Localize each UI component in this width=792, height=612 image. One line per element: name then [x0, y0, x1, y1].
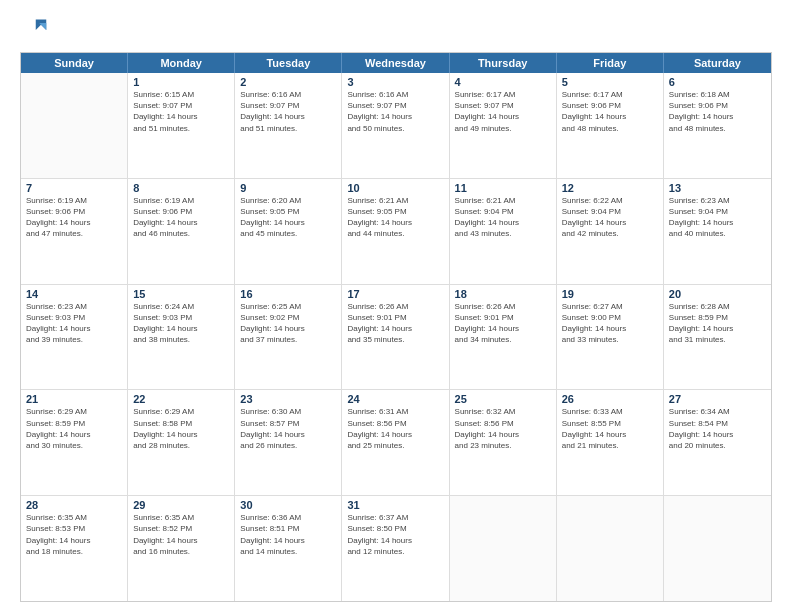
- cell-info: Sunrise: 6:26 AMSunset: 9:01 PMDaylight:…: [347, 301, 443, 346]
- cell-info: Sunrise: 6:23 AMSunset: 9:03 PMDaylight:…: [26, 301, 122, 346]
- cell-info: Sunrise: 6:21 AMSunset: 9:05 PMDaylight:…: [347, 195, 443, 240]
- generalblue-logo-icon: [20, 16, 48, 44]
- calendar-cell-day-2: 2Sunrise: 6:16 AMSunset: 9:07 PMDaylight…: [235, 73, 342, 178]
- day-number: 26: [562, 393, 658, 405]
- header-day-tuesday: Tuesday: [235, 53, 342, 73]
- day-number: 18: [455, 288, 551, 300]
- calendar-cell-day-4: 4Sunrise: 6:17 AMSunset: 9:07 PMDaylight…: [450, 73, 557, 178]
- calendar-cell-day-13: 13Sunrise: 6:23 AMSunset: 9:04 PMDayligh…: [664, 179, 771, 284]
- day-number: 31: [347, 499, 443, 511]
- calendar-cell-day-25: 25Sunrise: 6:32 AMSunset: 8:56 PMDayligh…: [450, 390, 557, 495]
- cell-info: Sunrise: 6:23 AMSunset: 9:04 PMDaylight:…: [669, 195, 766, 240]
- day-number: 3: [347, 76, 443, 88]
- calendar-cell-day-9: 9Sunrise: 6:20 AMSunset: 9:05 PMDaylight…: [235, 179, 342, 284]
- day-number: 27: [669, 393, 766, 405]
- day-number: 25: [455, 393, 551, 405]
- calendar-cell-day-12: 12Sunrise: 6:22 AMSunset: 9:04 PMDayligh…: [557, 179, 664, 284]
- cell-info: Sunrise: 6:19 AMSunset: 9:06 PMDaylight:…: [26, 195, 122, 240]
- cell-info: Sunrise: 6:19 AMSunset: 9:06 PMDaylight:…: [133, 195, 229, 240]
- day-number: 12: [562, 182, 658, 194]
- calendar-cell-day-6: 6Sunrise: 6:18 AMSunset: 9:06 PMDaylight…: [664, 73, 771, 178]
- calendar-cell-day-14: 14Sunrise: 6:23 AMSunset: 9:03 PMDayligh…: [21, 285, 128, 390]
- header-day-sunday: Sunday: [21, 53, 128, 73]
- day-number: 9: [240, 182, 336, 194]
- calendar-cell-empty: [557, 496, 664, 601]
- calendar-cell-day-18: 18Sunrise: 6:26 AMSunset: 9:01 PMDayligh…: [450, 285, 557, 390]
- calendar-row-1: 1Sunrise: 6:15 AMSunset: 9:07 PMDaylight…: [21, 73, 771, 179]
- day-number: 14: [26, 288, 122, 300]
- calendar-cell-day-29: 29Sunrise: 6:35 AMSunset: 8:52 PMDayligh…: [128, 496, 235, 601]
- cell-info: Sunrise: 6:27 AMSunset: 9:00 PMDaylight:…: [562, 301, 658, 346]
- calendar-cell-day-17: 17Sunrise: 6:26 AMSunset: 9:01 PMDayligh…: [342, 285, 449, 390]
- calendar-cell-day-30: 30Sunrise: 6:36 AMSunset: 8:51 PMDayligh…: [235, 496, 342, 601]
- day-number: 8: [133, 182, 229, 194]
- cell-info: Sunrise: 6:30 AMSunset: 8:57 PMDaylight:…: [240, 406, 336, 451]
- cell-info: Sunrise: 6:18 AMSunset: 9:06 PMDaylight:…: [669, 89, 766, 134]
- header-day-friday: Friday: [557, 53, 664, 73]
- calendar-cell-day-3: 3Sunrise: 6:16 AMSunset: 9:07 PMDaylight…: [342, 73, 449, 178]
- day-number: 30: [240, 499, 336, 511]
- calendar-row-2: 7Sunrise: 6:19 AMSunset: 9:06 PMDaylight…: [21, 179, 771, 285]
- cell-info: Sunrise: 6:35 AMSunset: 8:52 PMDaylight:…: [133, 512, 229, 557]
- calendar-cell-day-31: 31Sunrise: 6:37 AMSunset: 8:50 PMDayligh…: [342, 496, 449, 601]
- header-day-monday: Monday: [128, 53, 235, 73]
- cell-info: Sunrise: 6:26 AMSunset: 9:01 PMDaylight:…: [455, 301, 551, 346]
- day-number: 6: [669, 76, 766, 88]
- calendar: SundayMondayTuesdayWednesdayThursdayFrid…: [20, 52, 772, 602]
- day-number: 17: [347, 288, 443, 300]
- calendar-cell-day-7: 7Sunrise: 6:19 AMSunset: 9:06 PMDaylight…: [21, 179, 128, 284]
- calendar-cell-day-1: 1Sunrise: 6:15 AMSunset: 9:07 PMDaylight…: [128, 73, 235, 178]
- cell-info: Sunrise: 6:16 AMSunset: 9:07 PMDaylight:…: [240, 89, 336, 134]
- cell-info: Sunrise: 6:15 AMSunset: 9:07 PMDaylight:…: [133, 89, 229, 134]
- day-number: 2: [240, 76, 336, 88]
- header-day-thursday: Thursday: [450, 53, 557, 73]
- calendar-cell-day-8: 8Sunrise: 6:19 AMSunset: 9:06 PMDaylight…: [128, 179, 235, 284]
- day-number: 29: [133, 499, 229, 511]
- day-number: 13: [669, 182, 766, 194]
- calendar-body: 1Sunrise: 6:15 AMSunset: 9:07 PMDaylight…: [21, 73, 771, 601]
- cell-info: Sunrise: 6:29 AMSunset: 8:58 PMDaylight:…: [133, 406, 229, 451]
- calendar-cell-day-16: 16Sunrise: 6:25 AMSunset: 9:02 PMDayligh…: [235, 285, 342, 390]
- day-number: 21: [26, 393, 122, 405]
- calendar-row-4: 21Sunrise: 6:29 AMSunset: 8:59 PMDayligh…: [21, 390, 771, 496]
- calendar-cell-day-15: 15Sunrise: 6:24 AMSunset: 9:03 PMDayligh…: [128, 285, 235, 390]
- calendar-cell-day-28: 28Sunrise: 6:35 AMSunset: 8:53 PMDayligh…: [21, 496, 128, 601]
- calendar-cell-day-5: 5Sunrise: 6:17 AMSunset: 9:06 PMDaylight…: [557, 73, 664, 178]
- calendar-cell-day-23: 23Sunrise: 6:30 AMSunset: 8:57 PMDayligh…: [235, 390, 342, 495]
- day-number: 23: [240, 393, 336, 405]
- day-number: 4: [455, 76, 551, 88]
- cell-info: Sunrise: 6:35 AMSunset: 8:53 PMDaylight:…: [26, 512, 122, 557]
- cell-info: Sunrise: 6:32 AMSunset: 8:56 PMDaylight:…: [455, 406, 551, 451]
- day-number: 28: [26, 499, 122, 511]
- calendar-cell-empty: [450, 496, 557, 601]
- calendar-cell-day-10: 10Sunrise: 6:21 AMSunset: 9:05 PMDayligh…: [342, 179, 449, 284]
- calendar-cell-day-27: 27Sunrise: 6:34 AMSunset: 8:54 PMDayligh…: [664, 390, 771, 495]
- day-number: 7: [26, 182, 122, 194]
- calendar-cell-day-21: 21Sunrise: 6:29 AMSunset: 8:59 PMDayligh…: [21, 390, 128, 495]
- day-number: 11: [455, 182, 551, 194]
- cell-info: Sunrise: 6:28 AMSunset: 8:59 PMDaylight:…: [669, 301, 766, 346]
- page: SundayMondayTuesdayWednesdayThursdayFrid…: [0, 0, 792, 612]
- cell-info: Sunrise: 6:17 AMSunset: 9:07 PMDaylight:…: [455, 89, 551, 134]
- cell-info: Sunrise: 6:24 AMSunset: 9:03 PMDaylight:…: [133, 301, 229, 346]
- calendar-cell-day-22: 22Sunrise: 6:29 AMSunset: 8:58 PMDayligh…: [128, 390, 235, 495]
- calendar-row-5: 28Sunrise: 6:35 AMSunset: 8:53 PMDayligh…: [21, 496, 771, 601]
- header-day-saturday: Saturday: [664, 53, 771, 73]
- calendar-row-3: 14Sunrise: 6:23 AMSunset: 9:03 PMDayligh…: [21, 285, 771, 391]
- cell-info: Sunrise: 6:22 AMSunset: 9:04 PMDaylight:…: [562, 195, 658, 240]
- day-number: 20: [669, 288, 766, 300]
- cell-info: Sunrise: 6:20 AMSunset: 9:05 PMDaylight:…: [240, 195, 336, 240]
- cell-info: Sunrise: 6:21 AMSunset: 9:04 PMDaylight:…: [455, 195, 551, 240]
- calendar-cell-day-26: 26Sunrise: 6:33 AMSunset: 8:55 PMDayligh…: [557, 390, 664, 495]
- header-day-wednesday: Wednesday: [342, 53, 449, 73]
- cell-info: Sunrise: 6:17 AMSunset: 9:06 PMDaylight:…: [562, 89, 658, 134]
- day-number: 15: [133, 288, 229, 300]
- cell-info: Sunrise: 6:29 AMSunset: 8:59 PMDaylight:…: [26, 406, 122, 451]
- calendar-header: SundayMondayTuesdayWednesdayThursdayFrid…: [21, 53, 771, 73]
- calendar-cell-day-11: 11Sunrise: 6:21 AMSunset: 9:04 PMDayligh…: [450, 179, 557, 284]
- cell-info: Sunrise: 6:16 AMSunset: 9:07 PMDaylight:…: [347, 89, 443, 134]
- cell-info: Sunrise: 6:37 AMSunset: 8:50 PMDaylight:…: [347, 512, 443, 557]
- calendar-cell-empty: [664, 496, 771, 601]
- cell-info: Sunrise: 6:31 AMSunset: 8:56 PMDaylight:…: [347, 406, 443, 451]
- cell-info: Sunrise: 6:36 AMSunset: 8:51 PMDaylight:…: [240, 512, 336, 557]
